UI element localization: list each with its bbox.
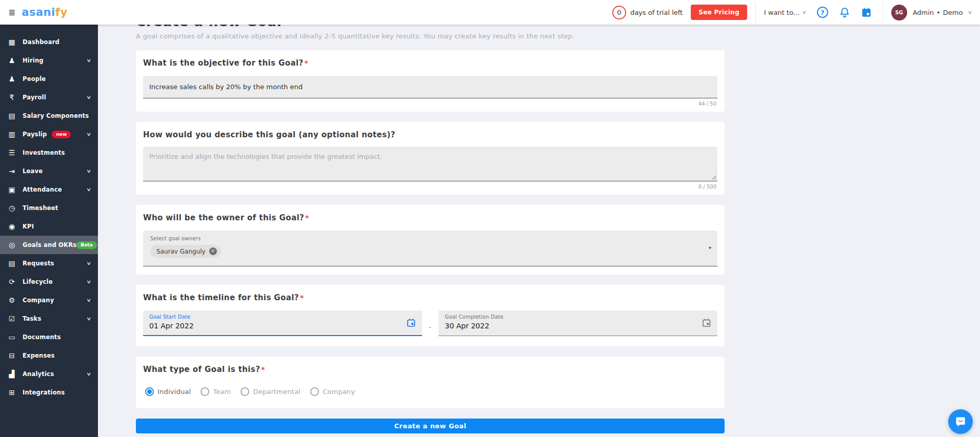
requests-icon: ▤ xyxy=(7,259,16,267)
goal-completion-date-value: 30 Apr 2022 xyxy=(445,322,711,330)
objective-card: What is the objective for this Goal?* 44… xyxy=(136,50,725,112)
chevron-down-icon: ∨ xyxy=(87,169,92,174)
header-divider xyxy=(883,2,883,23)
account-separator: • xyxy=(936,9,941,16)
lifecycle-icon: ⟳ xyxy=(7,278,16,286)
objective-question: What is the objective for this Goal?* xyxy=(143,58,717,68)
analytics-icon: ▟ xyxy=(7,370,16,378)
sidebar-item-label: Analytics xyxy=(23,370,54,378)
calendar-icon[interactable] xyxy=(702,318,711,329)
description-textarea[interactable] xyxy=(143,147,717,181)
investments-icon: ☰ xyxy=(7,149,16,157)
tasks-icon: ☑ xyxy=(7,315,16,323)
sidebar-item-leave[interactable]: ⇥ Leave ∨ xyxy=(0,162,98,180)
sidebar-item-label: Salary Components xyxy=(23,112,89,119)
timeline-card: What is the timeline for this Goal?* Goa… xyxy=(136,285,725,346)
sidebar-item-label: Company xyxy=(23,297,54,304)
logo-text-secondary: fy xyxy=(55,6,68,18)
new-badge: new xyxy=(52,131,71,138)
radio-label: Team xyxy=(213,388,231,396)
expenses-icon: ⊟ xyxy=(7,351,16,360)
sidebar-item-label: Timesheet xyxy=(23,204,58,212)
sidebar-item-kpi[interactable]: ◉ KPI xyxy=(0,217,98,236)
sidebar-item-salary-components[interactable]: ▤ Salary Components xyxy=(0,107,98,125)
chevron-down-icon: ▾ xyxy=(709,245,711,251)
goal-completion-date-field[interactable]: Goal Completion Date 30 Apr 2022 xyxy=(438,310,717,336)
owner-question-text: Who will be the owner of this Goal? xyxy=(143,213,304,222)
sidebar-item-hiring[interactable]: ♟ Hiring ∨ xyxy=(0,51,98,70)
radio-button-icon xyxy=(310,387,319,396)
sidebar-item-label: Requests xyxy=(23,260,54,267)
goal-completion-date-label: Goal Completion Date xyxy=(445,314,711,320)
sidebar-item-label: Documents xyxy=(23,334,61,341)
sidebar-item-people[interactable]: ♟ People xyxy=(0,70,98,88)
sidebar-item-analytics[interactable]: ▟ Analytics ∨ xyxy=(0,365,98,383)
sidebar-item-label: Integrations xyxy=(23,389,65,396)
salary-components-icon: ▤ xyxy=(7,112,16,120)
sidebar-item-goals-okrs[interactable]: ◎ Goals and OKRs Beta xyxy=(0,236,98,254)
notifications-bell-icon[interactable] xyxy=(838,6,851,18)
kpi-icon: ◉ xyxy=(7,222,16,231)
account-menu[interactable]: Admin • Demo ∨ xyxy=(913,9,972,16)
chevron-down-icon: ∨ xyxy=(87,58,92,63)
goal-type-question-text: What type of Goal is this? xyxy=(143,365,260,374)
user-avatar[interactable]: SG xyxy=(891,5,907,20)
goal-start-date-field[interactable]: Goal Start Date 01 Apr 2022 xyxy=(143,310,422,336)
sidebar-item-attendance[interactable]: ▣ Attendance ∨ xyxy=(0,180,98,199)
sidebar-item-tasks[interactable]: ☑ Tasks ∨ xyxy=(0,309,98,328)
radio-individual[interactable]: Individual xyxy=(145,387,191,396)
sidebar-item-dashboard[interactable]: ▦ Dashboard xyxy=(0,33,98,51)
create-goal-button[interactable]: Create a new Goal xyxy=(136,419,725,433)
hiring-icon: ♟ xyxy=(7,56,16,65)
header-left: ≣ asanify xyxy=(8,6,68,18)
sidebar-item-documents[interactable]: ▭ Documents xyxy=(0,328,98,346)
description-card: How would you describe this goal (any op… xyxy=(136,122,725,195)
app-logo[interactable]: asanify xyxy=(22,6,67,18)
chevron-down-icon: ∨ xyxy=(802,10,807,15)
see-pricing-button[interactable]: See Pricing xyxy=(691,5,747,20)
sidebar-nav: ▦ Dashboard ♟ Hiring ∨ ♟ People ₹ Payrol… xyxy=(0,25,98,437)
i-want-to-dropdown[interactable]: I want to... ∨ xyxy=(764,9,806,16)
description-char-counter: 0 / 500 xyxy=(143,184,716,190)
sidebar-item-payroll[interactable]: ₹ Payroll ∨ xyxy=(0,88,98,107)
objective-input[interactable] xyxy=(143,76,717,98)
objective-char-counter: 44 / 50 xyxy=(143,101,716,107)
chat-launcher-button[interactable] xyxy=(948,409,973,434)
sidebar-item-expenses[interactable]: ⊟ Expenses xyxy=(0,346,98,365)
sidebar-item-lifecycle[interactable]: ⟳ Lifecycle ∨ xyxy=(0,273,98,291)
chevron-down-icon: ∨ xyxy=(87,279,92,284)
chevron-down-icon: ∨ xyxy=(87,261,92,266)
objective-question-text: What is the objective for this Goal? xyxy=(143,58,304,68)
documents-icon: ▭ xyxy=(7,333,16,341)
radio-company[interactable]: Company xyxy=(310,387,355,396)
goal-start-date-label: Goal Start Date xyxy=(149,314,416,320)
sidebar-item-payslip[interactable]: ▥ Payslip new ∨ xyxy=(0,125,98,143)
calendar-icon[interactable] xyxy=(861,6,873,18)
radio-departmental[interactable]: Departmental xyxy=(241,387,301,396)
sidebar-item-timesheet[interactable]: ◷ Timesheet xyxy=(0,199,98,217)
sidebar-item-company[interactable]: ⚙ Company ∨ xyxy=(0,291,98,309)
radio-team[interactable]: Team xyxy=(201,387,231,396)
goal-owners-select-label: Select goal owners xyxy=(150,236,702,241)
menu-icon[interactable]: ≣ xyxy=(8,7,15,17)
goal-type-card: What type of Goal is this?* Individual T… xyxy=(136,357,725,408)
timeline-date-row: Goal Start Date 01 Apr 2022 - Goal Compl… xyxy=(143,310,717,336)
owner-question: Who will be the owner of this Goal?* xyxy=(143,213,717,222)
help-icon[interactable]: ? xyxy=(816,6,829,18)
sidebar-item-integrations[interactable]: ⊞ Integrations xyxy=(0,383,98,402)
goal-owners-select[interactable]: Select goal owners Saurav Ganguly × ▾ xyxy=(143,231,717,266)
chevron-down-icon: ∨ xyxy=(87,187,92,192)
sidebar-item-label: Payslip xyxy=(23,131,47,138)
attendance-icon: ▣ xyxy=(7,185,16,194)
sidebar-item-investments[interactable]: ☰ Investments xyxy=(0,143,98,162)
chevron-down-icon: ∨ xyxy=(968,10,972,15)
account-name: Demo xyxy=(943,9,963,16)
chip-close-icon[interactable]: × xyxy=(209,247,217,255)
sidebar-item-requests[interactable]: ▤ Requests ∨ xyxy=(0,254,98,273)
calendar-icon[interactable] xyxy=(407,318,416,329)
sidebar-item-label: KPI xyxy=(23,223,34,230)
logo-text-primary: asani xyxy=(22,6,55,18)
required-asterisk: * xyxy=(261,365,265,373)
account-role: Admin xyxy=(913,9,934,16)
sidebar-item-label: Leave xyxy=(23,168,43,175)
